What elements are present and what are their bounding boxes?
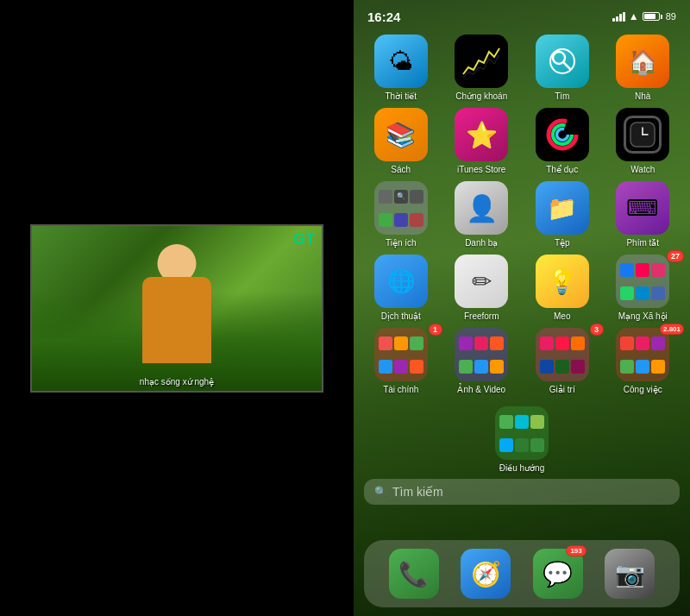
app-files[interactable]: 📁 Tệp (525, 181, 599, 248)
app-grid: 🌤 Thời tiết Chứng khoán (354, 26, 690, 403)
app-freeform[interactable]: ✏ Freeform (445, 255, 519, 321)
photo-video-icon (455, 328, 508, 381)
video-preview[interactable]: GT nhạc sống xứ nghệ (30, 224, 323, 393)
app-watch[interactable]: Watch (606, 108, 681, 174)
app-weather[interactable]: 🌤 Thời tiết (364, 35, 438, 101)
social-badge: 27 (667, 250, 684, 262)
video-person (108, 236, 246, 391)
search-placeholder: Tìm kiếm (392, 485, 443, 499)
app-photo-video-label: Ảnh & Video (457, 385, 505, 394)
left-panel: GT nhạc sống xứ nghệ (0, 0, 354, 616)
video-watermark: GT (293, 230, 315, 248)
shortcuts-icon: ⌨ (616, 181, 669, 235)
app-itunes-label: iTunes Store (457, 165, 505, 174)
dock-safari[interactable]: 🧭 (461, 549, 511, 599)
entertainment-badge: 3 (590, 324, 604, 336)
weather-icon: 🌤 (374, 35, 428, 88)
navigation-row: Điều hướng (354, 403, 690, 475)
watch-icon (616, 108, 669, 161)
find-icon (536, 35, 589, 88)
signal-bars-icon (612, 12, 625, 22)
freeform-icon: ✏ (455, 255, 508, 308)
video-background: GT nhạc sống xứ nghệ (32, 226, 322, 391)
finance-badge: 1 (429, 324, 442, 336)
app-shortcuts[interactable]: ⌨ Phím tắt (606, 181, 681, 248)
status-icons: ▲ 89 (612, 10, 676, 22)
app-home[interactable]: 🏠 Nhà (606, 35, 681, 101)
files-icon: 📁 (536, 181, 589, 235)
app-photo-video[interactable]: Ảnh & Video (445, 328, 519, 394)
app-find[interactable]: Tìm (525, 35, 599, 101)
fitness-rings-svg (544, 116, 580, 153)
app-contacts[interactable]: 👤 Danh bạ (445, 181, 519, 248)
phone-background: 16:24 ▲ 89 (354, 0, 690, 616)
app-navigation[interactable]: Điều hướng (495, 406, 549, 473)
dock-phone[interactable]: 📞 (389, 549, 439, 599)
app-fitness[interactable]: Thể dục (525, 108, 599, 174)
app-work[interactable]: 2.801 Công việc (606, 328, 681, 394)
safari-app-icon: 🧭 (461, 549, 511, 599)
app-fitness-label: Thể dục (546, 165, 578, 174)
app-utilities[interactable]: 🔍 Tiện ích (364, 181, 438, 248)
home-icon: 🏠 (616, 35, 669, 88)
app-tips-label: Meo (554, 311, 570, 321)
app-shortcuts-label: Phím tắt (626, 238, 659, 248)
app-freeform-label: Freeform (464, 311, 499, 321)
app-translate-label: Dịch thuật (381, 311, 421, 321)
app-social[interactable]: 27 Mạng Xã hội (606, 255, 681, 321)
app-work-label: Công việc (624, 385, 662, 394)
app-books-label: Sách (391, 165, 411, 174)
work-badge: 2.801 (660, 324, 684, 335)
watch-face-svg (629, 121, 656, 148)
fitness-icon (536, 108, 589, 161)
search-icon: 🔍 (374, 486, 387, 498)
stocks-icon (455, 35, 508, 88)
tips-icon: 💡 (536, 255, 589, 308)
app-files-label: Tệp (555, 238, 570, 248)
app-tips[interactable]: 💡 Meo (525, 255, 599, 321)
navigation-icon (495, 406, 549, 460)
social-icon (616, 255, 669, 308)
battery-percent: 89 (666, 11, 676, 22)
svg-line-3 (563, 62, 570, 69)
work-icon (616, 328, 669, 381)
entertainment-icon (536, 328, 589, 381)
app-stocks[interactable]: Chứng khoán (445, 35, 519, 101)
contacts-icon: 👤 (455, 181, 508, 235)
app-navigation-label: Điều hướng (499, 463, 544, 473)
app-finance-label: Tài chính (383, 385, 418, 394)
app-stocks-label: Chứng khoán (455, 91, 507, 101)
phone-screen: 16:24 ▲ 89 (354, 0, 690, 616)
books-icon: 📚 (374, 108, 428, 161)
camera-app-icon: 📷 (605, 549, 655, 599)
app-translate[interactable]: 🌐 Dịch thuật (364, 255, 438, 321)
phone-app-icon: 📞 (389, 549, 439, 599)
app-itunes[interactable]: ⭐ iTunes Store (445, 108, 519, 174)
app-contacts-label: Danh bạ (465, 238, 498, 248)
app-books[interactable]: 📚 Sách (364, 108, 438, 174)
app-find-label: Tìm (555, 91, 569, 101)
video-subtitle: nhạc sống xứ nghệ (140, 377, 214, 387)
dock-camera[interactable]: 📷 (605, 549, 655, 599)
status-time: 16:24 (367, 9, 400, 24)
status-bar: 16:24 ▲ 89 (354, 0, 690, 26)
stocks-chart-svg (461, 41, 501, 81)
svg-point-6 (556, 129, 568, 141)
search-bar[interactable]: 🔍 Tìm kiếm (364, 479, 680, 505)
app-watch-label: Watch (630, 165, 655, 174)
app-entertainment-label: Giải trí (549, 385, 575, 394)
battery-indicator (643, 12, 662, 21)
find-icon-svg (547, 46, 578, 77)
app-finance[interactable]: 1 Tài chính (364, 328, 438, 394)
dock-messages[interactable]: 💬 193 (533, 549, 583, 599)
app-social-label: Mạng Xã hội (618, 311, 668, 321)
utilities-icon: 🔍 (374, 181, 428, 235)
app-entertainment[interactable]: 3 Giải trí (525, 328, 599, 394)
wifi-icon: ▲ (629, 10, 639, 22)
app-home-label: Nhà (635, 91, 650, 101)
app-weather-label: Thời tiết (386, 91, 417, 101)
messages-badge: 193 (566, 545, 586, 556)
app-utilities-label: Tiện ích (386, 238, 417, 248)
app-dock: 📞 🧭 💬 193 📷 (364, 540, 680, 607)
translate-icon: 🌐 (374, 255, 428, 308)
